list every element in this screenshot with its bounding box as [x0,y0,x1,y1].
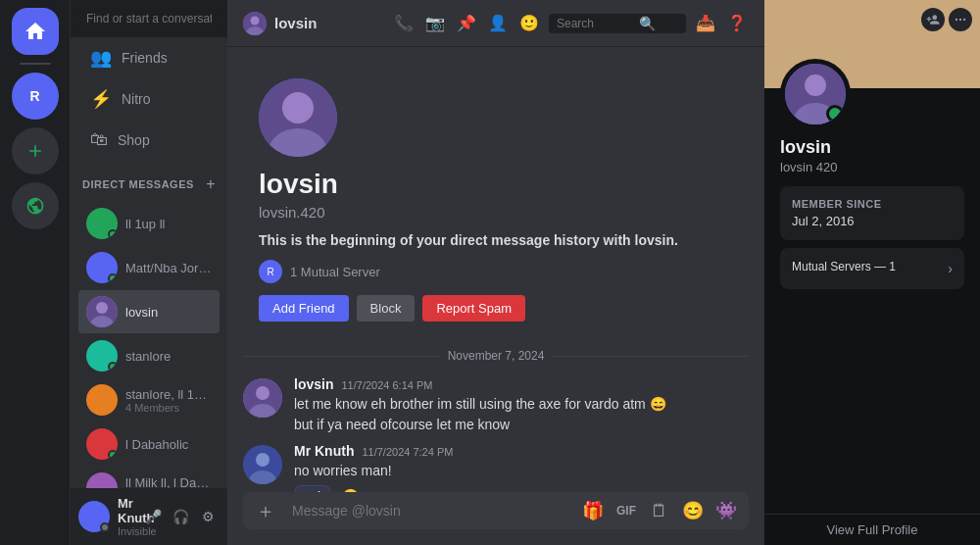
chat-header-avatar [243,12,267,35]
msg-text-2: but if ya need ofcourse let me know [294,415,749,435]
mutual-servers-row[interactable]: Mutual Servers — 1 › [792,260,953,277]
profile-panel: lovsin lovsin 420 Member Since Jul 2, 20… [764,0,980,545]
user-status-dot [100,522,110,532]
dm-item-name: stanlore, ll 1up ll, Matt... [125,387,212,402]
intro-tag: lovsin.420 [259,204,733,221]
svg-point-26 [963,19,965,21]
msg-avatar-lovsin [243,378,282,418]
intro-avatar [259,78,337,157]
dm-item-sub: 4 Members [125,402,212,414]
msg-author: Mr Knuth [294,443,354,459]
nav-friends[interactable]: 👥 Friends [78,39,220,76]
nitro-icon: ⚡ [90,88,112,110]
svg-point-4 [251,16,260,25]
chat-header-name: lovsin [274,15,317,31]
headphone-button[interactable]: 🎧 [169,505,192,528]
voice-call-button[interactable]: 📞 [392,12,416,35]
svg-point-28 [805,74,826,96]
profile-more-button[interactable] [949,8,972,31]
msg-text: let me know eh brother im still using th… [294,394,749,415]
svg-point-7 [282,92,314,124]
profile-panel-tag: lovsin 420 [780,160,964,174]
chat-search-input[interactable] [557,17,635,30]
help-button[interactable]: ❓ [725,12,749,35]
add-reaction-button[interactable]: 🙂 [335,485,366,492]
nav-nitro[interactable]: ⚡ Nitro [78,80,220,118]
mutual-servers-label: Mutual Servers — 1 [792,260,896,273]
message-input[interactable] [288,492,570,529]
intro-action-buttons: Add Friend Block Report Spam [259,295,733,322]
dm-item-name: stanlore [125,349,212,364]
svg-point-1 [96,302,108,314]
dm-list: ll 1up ll Matt/Nba Jordan lovsin st [71,197,227,488]
sticker-button[interactable]: 🗒 [645,496,674,525]
main-chat-area: lovsin 📞 📷 📌 👤 🙂 🔍 📥 ❓ lovsin lovsin.420 [227,0,764,545]
add-friend-button[interactable]: Add Friend [259,295,349,322]
report-spam-button[interactable]: Report Spam [422,295,525,322]
view-full-profile-link[interactable]: View Full Profile [764,514,980,545]
reaction-heart[interactable]: ❤ 1 [294,485,331,492]
pin-button[interactable]: 📌 [455,12,478,35]
msg-time: 11/7/2024 6:14 PM [341,379,432,391]
profile-toggle-button[interactable]: 🙂 [517,12,541,35]
apps-button[interactable]: 👾 [711,496,741,525]
gift-button[interactable]: 🎁 [578,496,608,525]
status-dot [108,362,118,372]
mutual-server-icon: R [259,260,282,283]
microphone-button[interactable]: 🎤 [141,505,165,528]
svg-point-13 [256,453,270,467]
dm-item-lovsin[interactable]: lovsin [78,290,220,333]
input-actions: 🎁 GIF 🗒 😊 👾 [578,496,741,525]
dm-item-stanlore[interactable]: stanlore [78,334,220,377]
user-bar-status: Invisible [118,525,133,537]
profile-add-friend-button[interactable] [921,8,945,31]
chevron-right-icon: › [948,261,953,276]
settings-button[interactable]: ⚙ [196,505,220,528]
msg-time: 11/7/2024 7:24 PM [362,446,453,458]
intro-username: lovsin [259,169,733,200]
dm-item-group-stanlore[interactable]: stanlore, ll 1up ll, Matt... 4 Members [78,378,220,421]
chat-header-actions: 📞 📷 📌 👤 🙂 🔍 📥 ❓ [392,12,749,35]
add-attachment-button[interactable]: ＋ [251,496,280,525]
add-dm-button[interactable]: + [206,175,216,193]
online-status-ring [826,105,844,123]
intro-desc: This is the beginning of your direct mes… [259,232,733,248]
dm-section-header: DIRECT MESSAGES + [71,160,227,197]
profile-panel-avatar-wrap [764,59,980,129]
sidebar-divider [20,63,51,65]
dm-item-name: lovsin [125,305,212,320]
chat-search-bar: 🔍 [549,14,686,33]
sidebar-add-server[interactable] [12,127,59,174]
dm-item-name: l Dabaholic [125,437,212,452]
dm-item-matt-nba[interactable]: Matt/Nba Jordan [78,246,220,289]
msg-author: lovsin [294,376,333,392]
dm-item-name: ll Milk ll, l Dabaholic [125,475,212,489]
mutual-servers-section[interactable]: Mutual Servers — 1 › [780,248,964,289]
user-bar-controls: 🎤 🎧 ⚙ [141,505,220,528]
add-friend-header-button[interactable]: 👤 [486,12,510,35]
dm-item-ll1up[interactable]: ll 1up ll [78,202,220,245]
profile-panel-body: lovsin lovsin 420 Member Since Jul 2, 20… [764,129,980,313]
msg-avatar-knuth [243,445,282,484]
sidebar-server-1[interactable]: R [12,73,59,120]
sidebar-home-button[interactable] [12,8,59,55]
inbox-button[interactable]: 📥 [694,12,717,35]
emoji-button[interactable]: 😊 [678,496,708,525]
dm-item-name: Matt/Nba Jordan [125,261,212,275]
nav-shop[interactable]: 🛍 Shop [78,122,220,158]
dm-item-group-milk[interactable]: ll Milk ll, l Dabaholic 3 Members [78,467,220,488]
video-call-button[interactable]: 📷 [423,12,447,35]
search-input[interactable] [78,8,220,29]
profile-panel-header [764,0,980,39]
message-lovsin-1: lovsin 11/7/2024 6:14 PM let me know eh … [243,374,749,437]
dm-avatar-group-stanlore [86,384,118,416]
shop-icon: 🛍 [90,129,108,150]
chat-intro: lovsin lovsin.420 This is the beginning … [243,55,749,337]
gif-button[interactable]: GIF [612,496,641,525]
sidebar-explore[interactable] [12,182,59,229]
dm-item-dabaholic[interactable]: l Dabaholic [78,422,220,466]
block-button[interactable]: Block [357,295,416,322]
search-icon: 🔍 [639,16,656,31]
sidebar: R [0,0,71,545]
profile-panel-avatar [780,59,851,129]
